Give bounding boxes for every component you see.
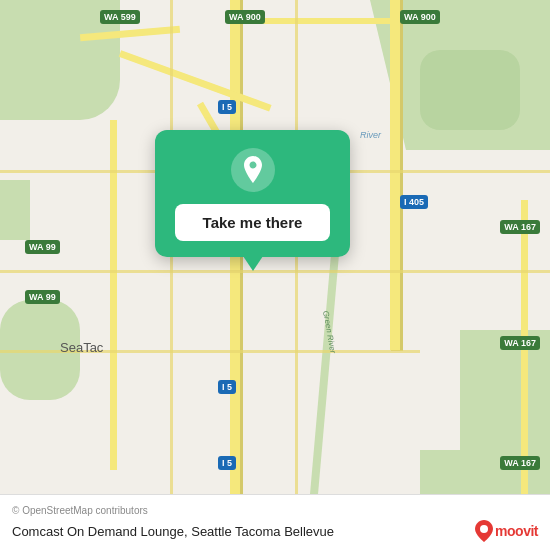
road-label-wa900-1: WA 900 [225,10,265,24]
copyright-text: © OpenStreetMap contributors [12,505,538,516]
city-label-seatac: SeaTac [60,340,103,355]
road-label-i5-mid: I 5 [218,380,236,394]
road-label-i5-top: I 5 [218,100,236,114]
road-label-wa900-2: WA 900 [400,10,440,24]
green-area [420,50,520,130]
map-container: WA 599 WA 900 WA 900 I 5 I 5 I 5 I 405 W… [0,0,550,550]
road-label-wa599: WA 599 [100,10,140,24]
green-area [0,180,30,240]
location-row: Comcast On Demand Lounge, Seattle Tacoma… [12,520,538,542]
minor-road [0,270,550,273]
road-i405 [390,0,400,350]
road-label-wa167-2: WA 167 [500,336,540,350]
minor-road [295,0,298,550]
location-name-text: Comcast On Demand Lounge, Seattle Tacoma… [12,524,475,539]
bottom-bar: © OpenStreetMap contributors Comcast On … [0,494,550,550]
road-label-wa167-3: WA 167 [500,456,540,470]
moovit-pin-icon [475,520,493,542]
road-label-i5-bot: I 5 [218,456,236,470]
river-label: River [360,130,381,140]
location-popup: Take me there [155,130,350,257]
road-label-wa167-1: WA 167 [500,220,540,234]
road-label-wa99-2: WA 99 [25,290,60,304]
location-pin-icon [231,148,275,192]
take-me-there-button[interactable]: Take me there [175,204,330,241]
minor-road [170,0,173,550]
road-label-i405: I 405 [400,195,428,209]
moovit-logo: moovit [475,520,538,542]
svg-point-1 [480,525,488,533]
moovit-brand-text: moovit [495,523,538,539]
popup-pointer [243,256,263,271]
road-label-wa99-1: WA 99 [25,240,60,254]
